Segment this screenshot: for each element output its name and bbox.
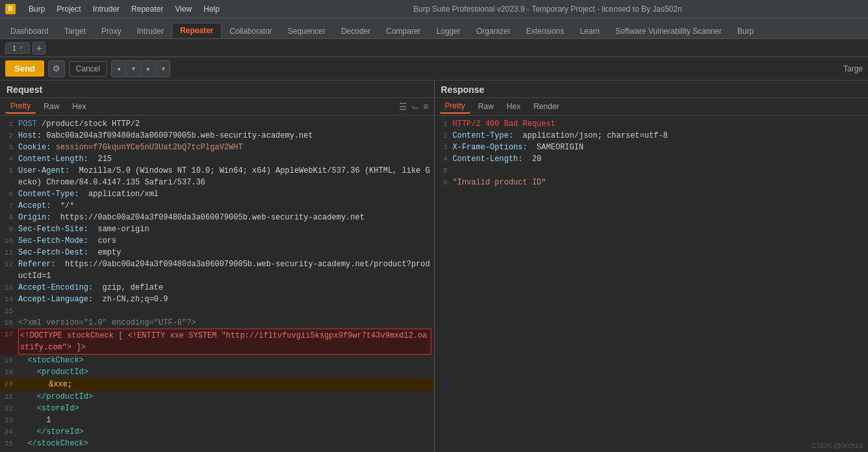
req-line-22: 22 <storeId> [0, 403, 434, 414]
req-line-10: 10 Sec-Fetch-Mode: cors [0, 235, 434, 247]
main-content: Request Pretty Raw Hex ☰ ⌙ ≡ 1 POST /pro… [0, 81, 868, 452]
gear-icon: ⚙ [53, 64, 60, 73]
response-pane: Response Pretty Raw Hex Render 1 HTTP/2 … [435, 81, 869, 452]
prev-button[interactable]: ◂ [111, 60, 125, 77]
window-title: Burp Suite Professional v2023.9 - Tempor… [233, 5, 863, 14]
req-line-18: 18 <stockCheck> [0, 355, 434, 366]
response-header: Response [435, 81, 869, 98]
settings-button[interactable]: ⚙ [48, 60, 65, 77]
menu-items: Burp Project Intruder Repeater View Help [23, 3, 225, 15]
menu-icon[interactable]: ≡ [423, 101, 428, 112]
tab-dashboard[interactable]: Dashboard [3, 24, 57, 38]
req-line-2: 2 Host: 0abc00a204a3f09480da3a060079005b… [0, 130, 434, 142]
req-line-14: 14 Accept-Language: zh-CN,zh;q=0.9 [0, 294, 434, 305]
menu-intruder[interactable]: Intruder [88, 3, 125, 15]
req-line-12: 12 Referer: https://0abc00a204a3f09480da… [0, 258, 434, 282]
req-line-19: 19 <productId> [0, 366, 434, 378]
menu-help[interactable]: Help [198, 3, 225, 15]
req-line-5: 5 User-Agent: Mozilla/5.0 (Windows NT 10… [0, 165, 434, 188]
tab-repeater[interactable]: Repeater [172, 23, 222, 38]
req-line-20: 20 &xxe; [0, 378, 434, 391]
tab-collaborator[interactable]: Collaborator [222, 24, 279, 38]
tab-target[interactable]: Target [57, 24, 94, 38]
request-tabs: Pretty Raw Hex ☰ ⌙ ≡ [0, 98, 434, 116]
response-tab-hex[interactable]: Hex [502, 100, 526, 113]
req-line-6: 6 Content-Type: application/xml [0, 188, 434, 200]
tab-svs[interactable]: Software Vulnerability Scanner [607, 24, 730, 38]
nav-button-group: ◂ ▾ ▸ ▾ [111, 60, 170, 77]
req-line-7: 7 Accept: */* [0, 200, 434, 212]
tab-number: 1 [12, 44, 16, 52]
tab-organizer[interactable]: Organizer [468, 24, 518, 38]
tab-extensions[interactable]: Extensions [518, 24, 572, 38]
req-line-21: 21 </productId> [0, 391, 434, 403]
toolbar: Send ⚙ Cancel ◂ ▾ ▸ ▾ Targe [0, 57, 868, 81]
menu-repeater[interactable]: Repeater [126, 3, 168, 15]
list-icon[interactable]: ☰ [399, 101, 407, 112]
target-label: Targe [843, 64, 863, 73]
req-line-23: 23 1 [0, 414, 434, 426]
tab-proxy[interactable]: Proxy [94, 24, 129, 38]
app-icon: B [5, 4, 16, 14]
tab-sequencer[interactable]: Sequencer [280, 24, 333, 38]
request-header: Request [0, 81, 434, 98]
req-line-25: 25 </stockCheck> [0, 438, 434, 449]
resp-line-6: 6 "Invalid product ID" [435, 177, 869, 188]
tab-intruder[interactable]: Intruder [129, 24, 172, 38]
req-line-15: 15 [0, 305, 434, 317]
request-tab-hex[interactable]: Hex [67, 100, 91, 113]
watermark: CSDN @0rch1d [811, 442, 863, 449]
response-tabs: Pretty Raw Hex Render [435, 98, 869, 116]
response-tab-render[interactable]: Render [528, 100, 564, 113]
menu-view[interactable]: View [170, 3, 197, 15]
request-pane: Request Pretty Raw Hex ☰ ⌙ ≡ 1 POST /pro… [0, 81, 435, 452]
titlebar: B Burp Project Intruder Repeater View He… [0, 0, 868, 18]
tab-comparer[interactable]: Comparer [378, 24, 428, 38]
req-line-11: 11 Sec-Fetch-Dest: empty [0, 247, 434, 258]
repeater-tab-1[interactable]: 1 × [5, 42, 30, 54]
request-icons: ☰ ⌙ ≡ [399, 101, 428, 112]
tab-close[interactable]: × [19, 44, 23, 51]
req-line-17: 17 <!DOCTYPE stockCheck [ <!ENTITY xxe S… [0, 329, 434, 355]
request-code-area[interactable]: 1 POST /product/stock HTTP/2 2 Host: 0ab… [0, 116, 434, 452]
indent-icon[interactable]: ⌙ [411, 101, 419, 112]
req-line-24: 24 </storeId> [0, 426, 434, 438]
req-line-13: 13 Accept-Encoding: gzip, deflate [0, 282, 434, 294]
prev-dropdown[interactable]: ▾ [126, 60, 140, 77]
req-line-3: 3 Cookie: session=f7GkqunYCe5nU3Uat2bQ7t… [0, 142, 434, 153]
repeater-session-tabs: 1 × + [0, 39, 868, 57]
cancel-button[interactable]: Cancel [69, 61, 107, 77]
response-code-area[interactable]: 1 HTTP/2 400 Bad Request 2 Content-Type:… [435, 116, 869, 452]
response-tab-raw[interactable]: Raw [473, 100, 499, 113]
nav-tabs: Dashboard Target Proxy Intruder Repeater… [0, 18, 868, 39]
tab-logger[interactable]: Logger [429, 24, 468, 38]
req-line-16: 16 <?xml version="1.0" encoding="UTF-8"?… [0, 317, 434, 329]
send-button[interactable]: Send [5, 60, 44, 77]
req-line-9: 9 Sec-Fetch-Site: same-origin [0, 223, 434, 235]
req-line-4: 4 Content-Length: 215 [0, 153, 434, 165]
tab-learn[interactable]: Learn [572, 24, 607, 38]
tab-decoder[interactable]: Decoder [333, 24, 378, 38]
next-dropdown[interactable]: ▾ [156, 60, 170, 77]
tab-burp-extra[interactable]: Burp [730, 24, 761, 38]
request-tab-raw[interactable]: Raw [38, 100, 64, 113]
resp-line-5: 5 [435, 165, 869, 177]
next-button[interactable]: ▸ [141, 60, 155, 77]
req-line-8: 8 Origin: https://0abc00a204a3f09480da3a… [0, 212, 434, 223]
request-tab-pretty[interactable]: Pretty [5, 99, 36, 114]
resp-line-4: 4 Content-Length: 20 [435, 153, 869, 165]
req-line-1: 1 POST /product/stock HTTP/2 [0, 118, 434, 130]
resp-line-2: 2 Content-Type: application/json; charse… [435, 130, 869, 142]
resp-line-3: 3 X-Frame-Options: SAMEORIGIN [435, 142, 869, 153]
add-tab-button[interactable]: + [32, 42, 45, 55]
menu-project[interactable]: Project [51, 3, 86, 15]
resp-line-1: 1 HTTP/2 400 Bad Request [435, 118, 869, 130]
menu-burp[interactable]: Burp [23, 3, 50, 15]
response-tab-pretty[interactable]: Pretty [440, 99, 470, 114]
